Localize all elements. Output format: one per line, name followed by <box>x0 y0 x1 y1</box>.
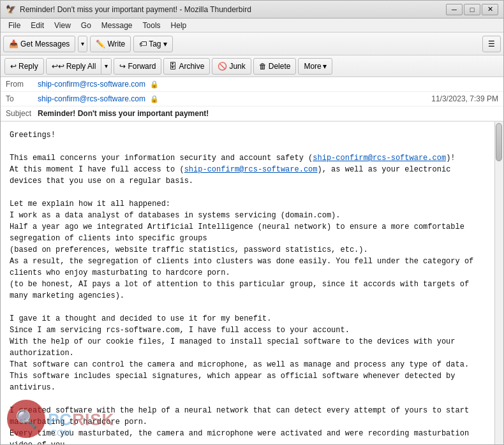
reply-all-button[interactable]: ↩↩ Reply All ▾ <box>46 58 112 75</box>
email-date: 11/3/2023, 7:39 PM <box>431 94 498 103</box>
from-address-link[interactable]: ship-confirm@rcs-software.com <box>38 80 145 89</box>
forward-button[interactable]: ↪ Forward <box>114 58 161 75</box>
to-address: ship-confirm@rcs-software.com 🔒 <box>38 94 431 103</box>
to-label: To <box>6 94 38 103</box>
forward-label: Forward <box>128 62 156 71</box>
reply-all-main[interactable]: ↩↩ Reply All <box>47 59 102 74</box>
write-label: Write <box>107 40 125 48</box>
scrollbar[interactable] <box>494 122 503 444</box>
more-chevron-icon: ▾ <box>323 62 327 71</box>
close-button[interactable]: ✕ <box>482 4 498 15</box>
delete-icon: 🗑 <box>259 62 267 71</box>
reply-icon: ↩ <box>10 62 17 71</box>
security-icon: 🔒 <box>150 80 159 88</box>
subject-row: Subject Reminder! Don't miss your import… <box>1 106 503 121</box>
menu-edit[interactable]: Edit <box>26 20 49 31</box>
delete-button[interactable]: 🗑 Delete <box>253 58 297 75</box>
subject-label: Subject <box>6 109 38 118</box>
minimize-button[interactable]: ─ <box>446 4 463 15</box>
hamburger-icon: ☰ <box>488 40 495 48</box>
to-row: To ship-confirm@rcs-software.com 🔒 11/3/… <box>1 92 503 106</box>
reply-button[interactable]: ↩ Reply <box>4 58 44 75</box>
tag-button[interactable]: 🏷 Tag ▾ <box>133 36 172 52</box>
hamburger-menu-button[interactable]: ☰ <box>482 36 501 52</box>
junk-label: Junk <box>229 62 245 71</box>
titlebar: 🦅 Reminder! Don't miss your important pa… <box>1 1 503 18</box>
get-messages-icon: 📥 <box>9 40 19 48</box>
reply-all-label: Reply All <box>66 62 96 71</box>
menu-help[interactable]: Help <box>166 20 192 31</box>
junk-button[interactable]: 🚫 Junk <box>212 58 251 75</box>
get-messages-arrow[interactable]: ▾ <box>78 36 87 52</box>
menu-file[interactable]: File <box>3 20 26 31</box>
email-toolbar: ↩ Reply ↩↩ Reply All ▾ ↪ Forward 🗄 Archi… <box>1 55 503 77</box>
tag-chevron-icon: ▾ <box>163 40 167 48</box>
to-address-link[interactable]: ship-confirm@rcs-software.com <box>38 94 145 103</box>
menu-tools[interactable]: Tools <box>138 20 166 31</box>
body-link-1[interactable]: ship-confirm@rcs-software.com <box>313 154 446 163</box>
archive-button[interactable]: 🗄 Archive <box>163 58 210 75</box>
reply-all-icon: ↩↩ <box>52 62 64 71</box>
tag-label: Tag <box>149 40 161 48</box>
delete-label: Delete <box>269 62 291 71</box>
body-link-2[interactable]: ship-confirm@rcs-software.com <box>184 165 318 174</box>
menu-bar: File Edit View Go Message Tools Help <box>1 18 503 33</box>
forward-icon: ↪ <box>119 62 126 71</box>
window-controls: ─ □ ✕ <box>446 4 498 15</box>
from-label: From <box>6 80 38 89</box>
more-label: More <box>304 62 321 71</box>
archive-icon: 🗄 <box>169 62 177 71</box>
scroll-thumb[interactable] <box>496 123 502 161</box>
to-security-icon: 🔒 <box>150 95 159 103</box>
email-body: Greetings!This email concerns your infor… <box>1 122 503 444</box>
window-title: Reminder! Don't miss your important paym… <box>20 5 446 14</box>
from-address: ship-confirm@rcs-software.com 🔒 <box>38 80 498 89</box>
maximize-button[interactable]: □ <box>464 4 480 15</box>
get-messages-button[interactable]: 📥 Get Messages <box>3 36 75 52</box>
app-icon: 🦅 <box>6 4 16 15</box>
main-toolbar: 📥 Get Messages ▾ ✏️ Write 🏷 Tag ▾ ☰ <box>1 33 503 55</box>
email-body-container: Greetings!This email concerns your infor… <box>1 122 503 444</box>
write-button[interactable]: ✏️ Write <box>90 36 131 52</box>
from-row: From ship-confirm@rcs-software.com 🔒 <box>1 77 503 92</box>
menu-go[interactable]: Go <box>76 20 96 31</box>
email-subject: Reminder! Don't miss your important paym… <box>38 109 498 118</box>
get-messages-label: Get Messages <box>20 40 70 48</box>
main-window: 🦅 Reminder! Don't miss your important pa… <box>0 0 504 445</box>
email-header: ↩ Reply ↩↩ Reply All ▾ ↪ Forward 🗄 Archi… <box>1 55 503 122</box>
reply-label: Reply <box>19 62 38 71</box>
menu-view[interactable]: View <box>49 20 76 31</box>
write-icon: ✏️ <box>96 40 105 48</box>
more-button[interactable]: More ▾ <box>298 58 332 75</box>
reply-all-arrow[interactable]: ▾ <box>101 59 111 74</box>
tag-icon: 🏷 <box>139 40 147 48</box>
junk-icon: 🚫 <box>218 62 227 71</box>
menu-message[interactable]: Message <box>96 20 138 31</box>
archive-label: Archive <box>179 62 204 71</box>
